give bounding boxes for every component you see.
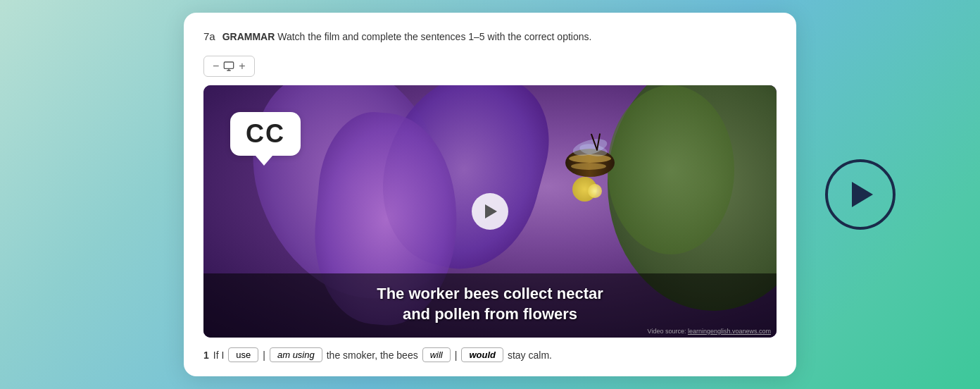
big-play-button[interactable] (825, 159, 896, 230)
grammar-label: GRAMMAR (222, 31, 275, 42)
header-instruction: Watch the film and complete the sentence… (277, 31, 591, 42)
exercise-1-row: 1 If I use | am using the smoker, the be… (203, 347, 777, 362)
svg-rect-0 (225, 62, 234, 68)
option-am-using[interactable]: am using (270, 347, 322, 362)
video-source-link[interactable]: learningenglish.voanews.com (688, 328, 771, 335)
subtitle-line2: and pollen from flowers (403, 305, 577, 323)
video-source-text: Video source: (648, 328, 688, 335)
video-source: Video source: learningenglish.voanews.co… (648, 328, 771, 335)
play-triangle-icon (485, 204, 497, 218)
option-will[interactable]: will (422, 347, 451, 362)
exercise-number: 7a (203, 30, 215, 42)
separator-2: | (455, 350, 458, 361)
separator-1: | (263, 350, 265, 361)
header-text: GRAMMAR Watch the film and complete the … (222, 30, 592, 44)
video-play-button[interactable] (472, 193, 508, 230)
toolbar-row: − + (203, 56, 777, 77)
cc-label: CC (246, 119, 285, 149)
bee-decoration (565, 149, 622, 184)
page-wrapper: 7a GRAMMAR Watch the film and complete t… (0, 0, 980, 389)
exercise-1-middle: the smoker, the bees (327, 350, 418, 361)
main-card: 7a GRAMMAR Watch the film and complete t… (184, 13, 796, 376)
monitor-icon (223, 61, 234, 72)
exercise-1-number: 1 (203, 350, 209, 361)
video-container: CC The worker bees collect nectar and po… (203, 85, 777, 338)
header-row: 7a GRAMMAR Watch the film and complete t… (203, 30, 777, 44)
big-play-triangle-icon (852, 182, 873, 207)
subtitle-bar: The worker bees collect nectar and polle… (203, 273, 777, 338)
plus-icon: + (239, 60, 245, 73)
subtitle-text: The worker bees collect nectar and polle… (218, 283, 762, 325)
option-would[interactable]: would (461, 347, 503, 362)
subtitle-line1: The worker bees collect nectar (377, 285, 603, 302)
exercise-1-if: If I (213, 350, 225, 361)
minus-icon: − (213, 60, 219, 73)
cc-toolbar-button[interactable]: − + (203, 56, 255, 77)
exercise-1-after: stay calm. (508, 350, 552, 361)
option-use[interactable]: use (228, 347, 258, 362)
cc-bubble: CC (230, 112, 301, 156)
